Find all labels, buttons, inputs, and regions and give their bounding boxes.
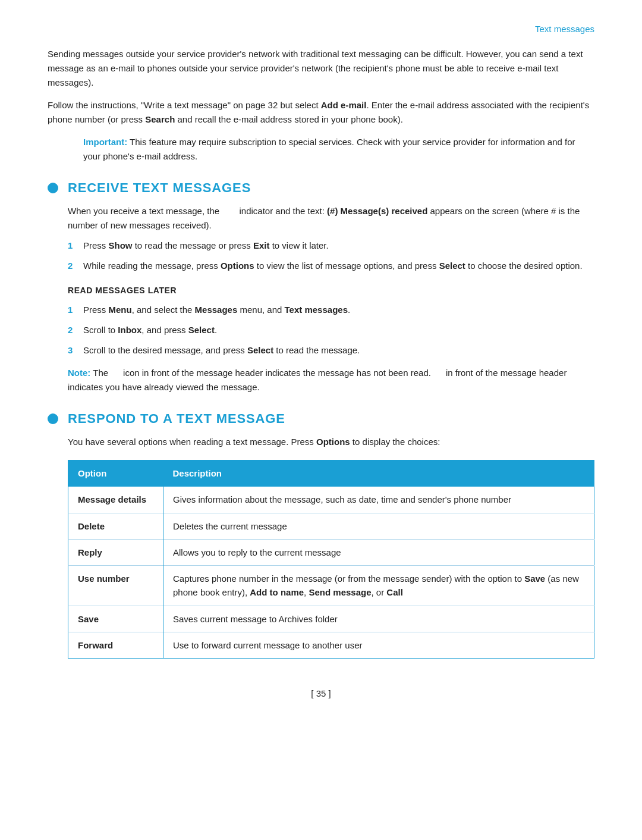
page-header-title: Text messages xyxy=(535,24,594,34)
section1-substep1: 1 Press Menu, and select the Messages me… xyxy=(68,303,594,317)
section1-substep3: 3 Scroll to the desired message, and pre… xyxy=(68,343,594,358)
table-col1-header: Option xyxy=(68,460,163,487)
table-option-use-number: Use number xyxy=(68,566,163,606)
table-desc-use-number: Captures phone number in the message (or… xyxy=(163,566,594,606)
intro-para2: Follow the instructions, "Write a text m… xyxy=(48,98,594,127)
section1-heading-container: RECEIVE TEXT MESSAGES xyxy=(48,180,594,196)
table-desc-reply: Allows you to reply to the current messa… xyxy=(163,539,594,565)
section2-heading: RESPOND TO A TEXT MESSAGE xyxy=(68,411,285,427)
section1-step2: 2 While reading the message, press Optio… xyxy=(68,259,594,273)
intro-para1: Sending messages outside your service pr… xyxy=(48,47,594,90)
note-label: Note: xyxy=(68,368,90,378)
section2-bullet xyxy=(48,413,58,424)
section1-bullet xyxy=(48,183,58,193)
table-row: Message details Gives information about … xyxy=(68,487,594,513)
section1-note: Note: The icon in front of the message h… xyxy=(68,366,594,394)
table-header-row: Option Description xyxy=(68,460,594,487)
important-block: Important: This feature may require subs… xyxy=(83,135,594,164)
section2-heading-container: RESPOND TO A TEXT MESSAGE xyxy=(48,411,594,427)
table-row: Delete Deletes the current message xyxy=(68,513,594,539)
section2-intro: You have several options when reading a … xyxy=(68,435,594,449)
page-number: [ 35 ] xyxy=(311,688,331,698)
section1-step1: 1 Press Show to read the message or pres… xyxy=(68,239,594,253)
table-row: Use number Captures phone number in the … xyxy=(68,566,594,606)
section1-substeps: 1 Press Menu, and select the Messages me… xyxy=(68,303,594,358)
section1-steps: 1 Press Show to read the message or pres… xyxy=(68,239,594,273)
table-option-message-details: Message details xyxy=(68,487,163,513)
table-option-save: Save xyxy=(68,606,163,632)
table-option-forward: Forward xyxy=(68,632,163,658)
section2-body: You have several options when reading a … xyxy=(68,435,594,659)
table-row: Forward Use to forward current message t… xyxy=(68,632,594,658)
table-desc-forward: Use to forward current message to anothe… xyxy=(163,632,594,658)
section1-substep2: 2 Scroll to Inbox, and press Select. xyxy=(68,323,594,337)
table-option-reply: Reply xyxy=(68,539,163,565)
table-desc-save: Saves current message to Archives folder xyxy=(163,606,594,632)
table-desc-delete: Deletes the current message xyxy=(163,513,594,539)
table-col2-header: Description xyxy=(163,460,594,487)
page-footer: [ 35 ] xyxy=(48,688,594,698)
section1-heading: RECEIVE TEXT MESSAGES xyxy=(68,180,251,196)
section1-intro: When you receive a text message, the ind… xyxy=(68,204,594,233)
table-row: Save Saves current message to Archives f… xyxy=(68,606,594,632)
options-table: Option Description Message details Gives… xyxy=(68,460,594,659)
important-label: Important: xyxy=(83,137,127,147)
table-desc-message-details: Gives information about the message, suc… xyxy=(163,487,594,513)
section1-subheading: READ MESSAGES LATER xyxy=(68,284,594,297)
section1-body: When you receive a text message, the ind… xyxy=(68,204,594,394)
table-option-delete: Delete xyxy=(68,513,163,539)
page-header: Text messages xyxy=(48,24,594,34)
table-row: Reply Allows you to reply to the current… xyxy=(68,539,594,565)
